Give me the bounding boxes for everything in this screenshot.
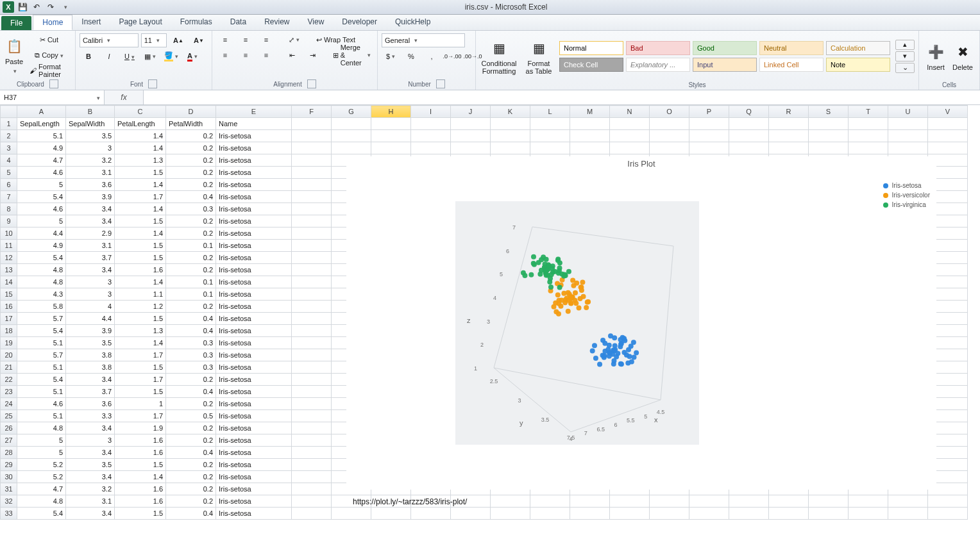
cell[interactable]: 4.6 [17,203,66,215]
cell[interactable]: 1.5 [115,167,166,179]
cell[interactable]: 1.9 [115,422,166,434]
column-header-O[interactable]: O [650,106,689,118]
cell[interactable]: 0.2 [166,215,216,227]
cell[interactable]: 3.4 [66,215,115,227]
cell-style-input[interactable]: Input [693,58,757,72]
cell[interactable] [451,142,491,154]
cell[interactable]: 0.2 [166,179,216,191]
cell[interactable]: 1.7 [115,374,166,386]
cell[interactable]: 5.4 [17,191,66,203]
cell[interactable]: 1.4 [115,142,166,154]
row-header[interactable]: 20 [1,349,17,361]
cell[interactable]: Iris-setosa [216,398,292,410]
cell[interactable]: 3.2 [66,483,115,495]
cell[interactable] [451,130,491,142]
cell[interactable]: Iris-setosa [216,459,292,471]
cell[interactable] [610,508,650,520]
cell[interactable] [292,325,332,337]
row-header[interactable]: 19 [1,337,17,349]
cell[interactable]: 1.6 [115,447,166,459]
cell[interactable] [888,495,928,508]
cell[interactable]: Iris-setosa [216,240,292,252]
cell[interactable]: 3.9 [66,325,115,337]
cell[interactable]: 1.3 [115,154,166,167]
cell[interactable] [292,313,332,325]
column-header-D[interactable]: D [166,106,216,118]
dialog-launcher-icon[interactable] [307,79,316,88]
cell[interactable]: 5.1 [17,361,66,374]
underline-button[interactable]: U [121,50,139,63]
cell[interactable]: Iris-setosa [216,386,292,398]
insert-cells-button[interactable]: ➕Insert [923,33,949,79]
cell[interactable] [769,118,809,130]
cell[interactable]: 5.1 [17,130,66,142]
cell[interactable] [888,130,928,142]
cell[interactable]: Iris-setosa [216,203,292,215]
cell[interactable] [849,130,888,142]
column-header-V[interactable]: V [928,106,968,118]
paste-button[interactable]: 📋 Paste [4,33,24,77]
cell[interactable] [729,118,769,130]
cell[interactable]: 3 [66,288,115,301]
cell[interactable] [809,130,849,142]
gallery-up-button[interactable]: ▴ [895,40,915,50]
cell[interactable] [292,301,332,313]
cell[interactable]: 0.2 [166,422,216,434]
cell[interactable] [491,118,530,130]
cell[interactable] [530,130,570,142]
cell[interactable]: Iris-setosa [216,215,292,227]
cell[interactable] [928,495,968,508]
cell[interactable] [292,374,332,386]
cell[interactable] [610,495,650,508]
cell[interactable]: 1.5 [115,386,166,398]
tab-quickhelp[interactable]: QuickHelp [386,15,439,30]
cell[interactable]: 3.4 [66,508,115,520]
cell[interactable]: 0.3 [166,361,216,374]
cell[interactable] [729,495,769,508]
cell[interactable]: 3.8 [66,349,115,361]
row-header[interactable]: 16 [1,301,17,313]
cell[interactable]: 0.2 [166,459,216,471]
cell[interactable]: 5.8 [17,301,66,313]
cell[interactable]: 0.4 [166,313,216,325]
cell[interactable] [650,495,689,508]
cell[interactable]: 5.4 [17,325,66,337]
tab-review[interactable]: Review [255,15,298,30]
cell[interactable]: 0.5 [166,410,216,422]
cell[interactable] [292,410,332,422]
column-header-P[interactable]: P [689,106,729,118]
cell-style-linked-cell[interactable]: Linked Cell [759,58,824,72]
cell[interactable] [292,483,332,495]
cell[interactable] [809,118,849,130]
cell[interactable]: Iris-setosa [216,264,292,276]
cell[interactable] [292,447,332,459]
cell[interactable] [530,495,570,508]
cell[interactable] [292,264,332,276]
row-header[interactable]: 24 [1,398,17,410]
column-header-U[interactable]: U [888,106,928,118]
cell[interactable] [332,508,371,520]
cell[interactable] [491,508,530,520]
cell[interactable]: Iris-setosa [216,422,292,434]
cell[interactable] [849,118,888,130]
cell[interactable]: 2.9 [66,227,115,240]
cell[interactable]: 3.4 [66,471,115,483]
cell[interactable] [928,508,968,520]
cell[interactable] [292,179,332,191]
cell[interactable]: Iris-setosa [216,301,292,313]
cell[interactable]: 0.2 [166,130,216,142]
format-painter-button[interactable]: 🖌 Format Painter [27,64,71,77]
cell[interactable]: 5.4 [17,252,66,264]
row-header[interactable]: 13 [1,264,17,276]
align-middle-button[interactable]: ≡ [237,33,255,46]
format-as-table-button[interactable]: ▦ Format as Table [522,38,555,75]
cell[interactable]: 0.4 [166,447,216,459]
cell[interactable]: 1.7 [115,191,166,203]
cell[interactable]: SepalWidth [66,118,115,130]
number-format-select[interactable]: General [382,33,465,47]
cell[interactable] [451,508,491,520]
cell[interactable]: 0.2 [166,374,216,386]
cell-style-check-cell[interactable]: Check Cell [559,58,623,72]
cell[interactable]: 3.1 [66,495,115,508]
cell[interactable]: 5.2 [17,471,66,483]
